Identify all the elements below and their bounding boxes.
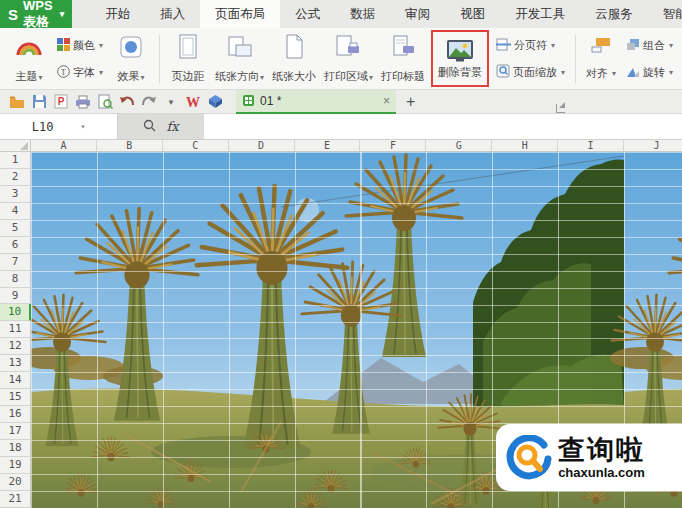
- wps-writer-icon[interactable]: W: [182, 92, 204, 112]
- column-header[interactable]: D: [229, 140, 295, 151]
- column-header[interactable]: G: [426, 140, 492, 151]
- tab-view[interactable]: 视图: [445, 0, 500, 28]
- column-header[interactable]: A: [31, 140, 97, 151]
- svg-text:P: P: [58, 96, 65, 107]
- formula-bar-row: L10 ▾ fx: [0, 114, 682, 140]
- redo-icon[interactable]: [138, 92, 160, 112]
- row-header[interactable]: 16: [0, 406, 31, 423]
- fonts-button[interactable]: T 字体▾: [54, 64, 106, 81]
- colors-icon: [57, 38, 70, 53]
- row-header[interactable]: 11: [0, 321, 31, 338]
- wps-brand-button[interactable]: S WPS 表格 ▾: [0, 0, 72, 28]
- tab-home[interactable]: 开始: [90, 0, 145, 28]
- row-header[interactable]: 19: [0, 457, 31, 474]
- row-header[interactable]: 4: [0, 203, 31, 220]
- name-box[interactable]: L10 ▾: [0, 114, 118, 139]
- row-header[interactable]: 12: [0, 338, 31, 355]
- page-break-icon: [496, 38, 511, 53]
- menu-tab-bar: 开始 插入 页面布局 公式 数据 审阅 视图 开发工具 云服务 智能工: [72, 0, 682, 28]
- new-tab-button[interactable]: +: [406, 93, 415, 111]
- theme-button[interactable]: 主题▾: [6, 31, 52, 87]
- row-header[interactable]: 13: [0, 355, 31, 372]
- print-titles-icon: [390, 33, 416, 61]
- row-header[interactable]: 17: [0, 423, 31, 440]
- wps-cloud-icon[interactable]: [204, 92, 226, 112]
- toolbar-more-dropdown-icon[interactable]: ▾: [160, 92, 182, 112]
- tab-data[interactable]: 数据: [335, 0, 390, 28]
- align-button[interactable]: 对齐▾: [583, 65, 619, 82]
- tab-review[interactable]: 审阅: [390, 0, 445, 28]
- watermark: 查询啦 chaxunla.com: [496, 424, 682, 491]
- tab-smart-tools[interactable]: 智能工: [648, 0, 682, 28]
- print-area-button[interactable]: 打印区域▾: [320, 31, 377, 87]
- column-header[interactable]: H: [492, 140, 558, 151]
- row-header[interactable]: 20: [0, 474, 31, 491]
- column-header[interactable]: C: [163, 140, 229, 151]
- fonts-icon: T: [57, 65, 70, 80]
- spreadsheet-doc-icon: [242, 94, 255, 107]
- page-zoom-icon: [496, 64, 510, 80]
- print-icon[interactable]: [72, 92, 94, 112]
- print-preview-icon[interactable]: [94, 92, 116, 112]
- row-header[interactable]: 10: [0, 304, 31, 321]
- column-header[interactable]: F: [360, 140, 426, 151]
- sheet-canvas[interactable]: 查询啦 chaxunla.com: [31, 152, 682, 508]
- row-header[interactable]: 5: [0, 220, 31, 237]
- row-header[interactable]: 18: [0, 440, 31, 457]
- select-all-corner[interactable]: [0, 140, 31, 152]
- colors-button[interactable]: 颜色▾: [54, 37, 106, 54]
- theme-rainbow-icon: [16, 33, 42, 61]
- rotate-icon: [626, 65, 640, 80]
- fx-button[interactable]: fx: [166, 119, 178, 134]
- row-header[interactable]: 8: [0, 271, 31, 288]
- effects-label: 效果▾: [118, 69, 145, 84]
- theme-label: 主题▾: [15, 69, 42, 84]
- column-header[interactable]: E: [295, 140, 361, 151]
- document-tab-title: 01 *: [260, 94, 378, 108]
- page-margins-button[interactable]: 页边距: [165, 31, 211, 87]
- document-tab[interactable]: 01 * ×: [236, 90, 396, 114]
- row-header[interactable]: 21: [0, 491, 31, 508]
- effects-button[interactable]: 效果▾: [108, 31, 154, 87]
- app-title: WPS 表格: [23, 0, 53, 31]
- orientation-button[interactable]: 纸张方向▾: [211, 31, 268, 87]
- remove-background-button[interactable]: 删除背景: [434, 35, 486, 83]
- export-pdf-icon[interactable]: P: [50, 92, 72, 112]
- search-icon[interactable]: [143, 119, 156, 135]
- close-tab-icon[interactable]: ×: [383, 94, 390, 108]
- tab-developer[interactable]: 开发工具: [500, 0, 580, 28]
- row-header[interactable]: 14: [0, 372, 31, 389]
- rotate-button[interactable]: 旋转▾: [623, 64, 676, 81]
- tab-page-layout[interactable]: 页面布局: [200, 0, 280, 28]
- row-header[interactable]: 15: [0, 389, 31, 406]
- paper-size-button[interactable]: 纸张大小: [268, 31, 320, 87]
- undo-icon[interactable]: [116, 92, 138, 112]
- column-header[interactable]: B: [97, 140, 163, 151]
- row-header[interactable]: 6: [0, 237, 31, 254]
- watermark-url: chaxunla.com: [558, 466, 645, 479]
- row-header[interactable]: 2: [0, 169, 31, 186]
- tab-formulas[interactable]: 公式: [280, 0, 335, 28]
- row-header[interactable]: 3: [0, 186, 31, 203]
- formula-input[interactable]: [204, 114, 682, 139]
- row-header[interactable]: 9: [0, 288, 31, 305]
- dialog-launcher-icon[interactable]: [556, 104, 565, 113]
- chaxunla-logo-icon: [506, 435, 552, 481]
- tab-insert[interactable]: 插入: [145, 0, 200, 28]
- save-icon[interactable]: [28, 92, 50, 112]
- column-header[interactable]: J: [624, 140, 682, 151]
- namebox-dropdown-icon[interactable]: ▾: [80, 122, 85, 131]
- tab-cloud[interactable]: 云服务: [580, 0, 648, 28]
- wps-logo-icon: S: [8, 6, 18, 23]
- effects-icon: [120, 33, 142, 61]
- column-header[interactable]: I: [558, 140, 624, 151]
- print-area-icon: [335, 33, 361, 61]
- open-folder-icon[interactable]: [6, 92, 28, 112]
- page-zoom-button[interactable]: 页面缩放▾: [493, 63, 568, 81]
- row-header[interactable]: 7: [0, 254, 31, 271]
- svg-text:T: T: [61, 68, 66, 77]
- row-header[interactable]: 1: [0, 152, 31, 169]
- group-button[interactable]: 组合▾: [623, 37, 676, 54]
- page-break-button[interactable]: 分页符▾: [493, 37, 568, 54]
- print-titles-button[interactable]: 打印标题: [377, 31, 429, 87]
